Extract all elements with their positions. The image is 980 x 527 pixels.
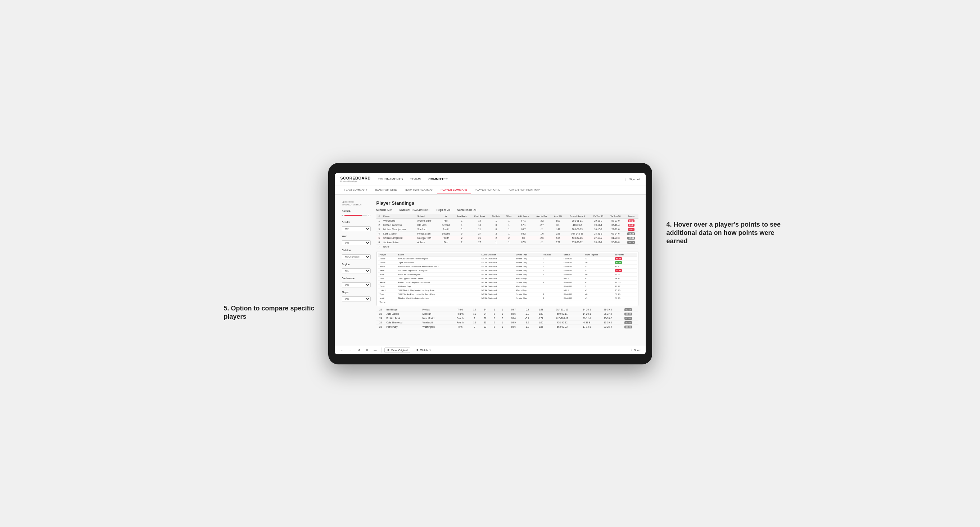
table-row[interactable]: 58.18 — [624, 240, 638, 244]
nav-tournaments[interactable]: TOURNAMENTS — [378, 177, 403, 182]
table-row[interactable]: 60.27 — [618, 311, 638, 316]
tab-team-h2h-heatmap[interactable]: TEAM H2H HEATMAP — [401, 186, 437, 194]
list-item[interactable]: 25.90 — [614, 288, 637, 292]
list-item: PLAYED — [562, 272, 583, 276]
forward-button[interactable]: → — [348, 348, 353, 352]
gender-select[interactable]: Men Women — [342, 226, 371, 231]
tab-player-summary[interactable]: PLAYER SUMMARY — [437, 186, 471, 194]
sidebar-conference: Conference (All) — [342, 277, 371, 287]
tab-team-h2h-grid[interactable]: TEAM H2H GRID — [371, 186, 401, 194]
table-row: Michael La Sasso — [382, 223, 416, 227]
player-select[interactable]: (All) — [342, 297, 371, 302]
list-item[interactable]: 30.47 — [614, 284, 637, 288]
table-row: 1 — [490, 308, 498, 312]
table-row: 68 — [514, 236, 533, 240]
table-row[interactable]: 76.2 — [624, 223, 638, 227]
list-item: 3 — [542, 260, 563, 264]
view-button[interactable]: 👁 View: Original — [384, 348, 410, 353]
list-item: Luke I. — [378, 288, 397, 292]
dash-button[interactable]: — — [372, 348, 378, 352]
tab-player-h2h-grid[interactable]: PLAYER H2H GRID — [471, 186, 504, 194]
table-row[interactable]: 68.34 — [624, 231, 638, 236]
annotation-right: 4. Hover over a player's points to see a… — [667, 221, 789, 246]
share-button[interactable]: ⤴ Share — [631, 349, 641, 352]
list-item[interactable]: 73.33 — [614, 268, 637, 272]
table-row[interactable]: 70.2 — [624, 227, 638, 231]
list-item[interactable]: 60.64 — [614, 257, 637, 260]
table-row: 18 — [470, 223, 489, 227]
list-item[interactable]: 24.11 — [614, 276, 637, 280]
nav-teams[interactable]: TEAMS — [410, 177, 421, 182]
table-row[interactable]: 60.58 — [618, 308, 638, 312]
list-item: Match Play — [514, 276, 541, 280]
sidebar-gender: Gender Men Women — [342, 221, 371, 231]
table-row: Niche — [382, 244, 416, 249]
filter-division: Division: NCAA Division I — [399, 209, 430, 211]
list-item[interactable]: 53.60 — [614, 260, 637, 264]
list-item[interactable]: 37.57 — [614, 272, 637, 276]
rds-range: 4 52 — [342, 213, 371, 217]
table-row: 29-15-0 — [590, 218, 607, 223]
list-item[interactable] — [614, 300, 637, 304]
table-row: Wenyi Ding — [382, 218, 416, 223]
copy-button[interactable]: ⧉ — [364, 348, 370, 352]
table-row: 3.1 — [550, 223, 565, 227]
table-row: 1.56 — [534, 324, 548, 329]
table-row: Fourth — [451, 311, 469, 316]
year-select[interactable]: (All) — [342, 240, 371, 245]
table-row[interactable]: 60.89 — [624, 236, 638, 240]
popup-area: Player Event Event Division Event Type R… — [377, 251, 638, 306]
division-select[interactable]: NCAA Division I — [342, 254, 371, 259]
list-item[interactable]: 66.40 — [614, 296, 637, 300]
sign-out-button[interactable]: Sign out — [629, 178, 640, 181]
powered-by: Powered by clippi — [340, 180, 371, 183]
list-item: +1 — [584, 276, 614, 280]
list-item: +1 — [584, 296, 614, 300]
list-item[interactable]: 56.38 — [614, 292, 637, 296]
back-button[interactable]: ← — [339, 348, 345, 352]
rds-slider[interactable] — [344, 215, 367, 216]
list-item: Williams Cup — [397, 284, 480, 288]
watch-button[interactable]: 👁 Watch ▾ — [416, 349, 431, 352]
table-row: Cole Sherwood — [385, 320, 421, 324]
table-row: Petr Hruby — [385, 324, 421, 329]
table-row: -3.2 — [533, 218, 551, 223]
conference-select[interactable]: (All) — [342, 283, 371, 287]
table-row[interactable]: 38.49 — [618, 324, 638, 329]
region-select[interactable]: N/A — [342, 268, 371, 273]
list-item: NCAA Division I — [480, 257, 515, 260]
list-item[interactable]: 16.50 — [614, 280, 637, 284]
table-row[interactable]: 60.02 — [618, 316, 638, 320]
list-item — [542, 288, 563, 292]
table-row: 0 — [490, 324, 498, 329]
table-row: Auburn — [416, 240, 439, 244]
table-row[interactable]: 39.95 — [618, 320, 638, 324]
tab-team-summary[interactable]: TEAM SUMMARY — [340, 186, 371, 194]
table-row: 533-57-16 — [565, 236, 590, 240]
table-row: 6 — [377, 240, 382, 244]
table-row: -3.2 — [520, 320, 534, 324]
list-item: Fallen Oak Collegiate Invitational — [397, 280, 480, 284]
table-row: 674-33-12 — [565, 240, 590, 244]
list-item: Tiger — [378, 292, 397, 296]
table-row[interactable] — [624, 244, 638, 249]
list-item — [514, 300, 541, 304]
refresh-button[interactable]: ↺ — [356, 348, 362, 352]
list-item[interactable]: 40.7 — [614, 264, 637, 268]
list-item: +1 — [584, 257, 614, 260]
table-row — [470, 244, 489, 249]
sidebar-region: Region N/A — [342, 263, 371, 273]
nav-committee[interactable]: COMMITTEE — [428, 177, 448, 182]
list-item — [562, 300, 583, 304]
list-item: NCAA Division I — [480, 288, 515, 292]
tab-player-h2h-heatmap[interactable]: PLAYER H2H HEATMAP — [504, 186, 544, 194]
list-item: Brent — [378, 264, 397, 268]
list-item — [584, 300, 614, 304]
table-row: 50-16-8 — [607, 240, 624, 244]
table-row: 547-142-38 — [565, 231, 590, 236]
eye-icon: 👁 — [387, 349, 390, 352]
table-row: 0.74 — [534, 316, 548, 320]
table-row[interactable]: 88.2 — [624, 218, 638, 223]
slider-fill — [344, 215, 363, 216]
list-item: PLAYED — [562, 280, 583, 284]
